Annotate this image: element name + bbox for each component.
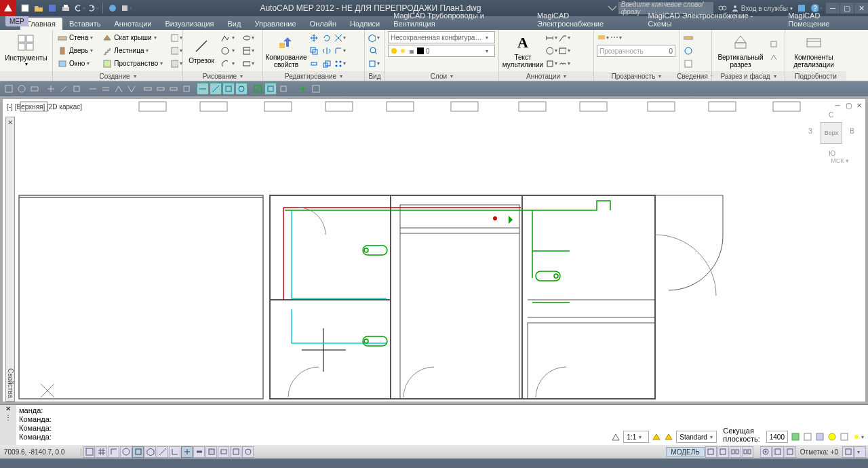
build-more-2[interactable] — [170, 45, 182, 57]
tb2-btn-8[interactable] — [100, 83, 112, 95]
draw-more-2[interactable] — [242, 45, 254, 57]
stair-button[interactable]: Лестница▾ — [100, 45, 169, 57]
annot-key[interactable] — [545, 58, 557, 70]
qat-redo-button[interactable] — [87, 2, 99, 14]
tb2-btn-23[interactable] — [310, 83, 322, 95]
tb2-btn-17[interactable] — [222, 83, 235, 95]
transp-input[interactable]: Прозрачность0 — [597, 45, 675, 57]
app-menu-button[interactable] — [0, 0, 16, 16]
current-layer-dropdown[interactable]: 0 ▾ — [388, 45, 495, 57]
viewcube-top-face[interactable]: Верх — [821, 122, 842, 144]
command-handle[interactable]: ✕ ⋮ — [0, 405, 16, 445]
tab-addins[interactable]: Надписи — [343, 18, 387, 30]
id-btn[interactable] — [682, 45, 694, 57]
section-button[interactable]: Вертикальный разрез — [715, 32, 766, 70]
tb2-btn-11[interactable] — [142, 83, 154, 95]
section-more2[interactable] — [768, 51, 780, 63]
annoadd-btn[interactable] — [664, 431, 673, 443]
tab-render[interactable]: Визуализация — [159, 18, 221, 30]
annot-sched[interactable] — [558, 45, 570, 57]
wcs-label[interactable]: МСК ▾ — [831, 157, 849, 164]
tools-button[interactable]: Инструменты▾ — [3, 32, 50, 70]
sb-am[interactable] — [242, 446, 254, 458]
detail-button[interactable]: Компоненты детализации — [788, 32, 840, 70]
sb-otrack[interactable] — [157, 446, 168, 458]
panel-build-title[interactable]: Создание — [53, 71, 182, 81]
tb2-btn-15[interactable] — [197, 83, 209, 95]
cmd-extra-1[interactable] — [791, 431, 800, 443]
cmd-extra-4[interactable] — [827, 431, 837, 443]
draw-more-3[interactable] — [242, 58, 254, 70]
tb2-btn-10[interactable] — [125, 83, 138, 95]
tb2-btn-19[interactable] — [252, 83, 264, 95]
viewport[interactable]: [-] [Верхняя] [2D каркас] ─ ▢ ✕ — [3, 99, 865, 402]
tab-magicad-room[interactable]: MagiCAD Помещение — [781, 9, 868, 30]
qat-open-button[interactable] — [33, 2, 45, 14]
tab-insert[interactable]: Вставить — [62, 18, 108, 30]
view-zoom[interactable] — [368, 45, 380, 57]
viewcube[interactable]: С Ю В З Верх — [811, 113, 852, 153]
qat-undo-button[interactable] — [73, 2, 85, 14]
sb-sc[interactable] — [230, 446, 241, 458]
scale-button[interactable] — [321, 58, 333, 70]
palette-close[interactable]: ✕ — [7, 119, 14, 126]
measure-btn[interactable] — [682, 32, 694, 44]
tb2-btn-22[interactable] — [297, 83, 309, 95]
dim-button[interactable] — [545, 32, 557, 44]
sb-tpy[interactable] — [205, 446, 217, 458]
annoscale-icon-btn[interactable] — [611, 431, 620, 443]
draw-more-1[interactable] — [242, 32, 254, 44]
panel-annot-title[interactable]: Аннотации — [499, 71, 593, 81]
sb-3dosnap[interactable] — [144, 446, 156, 458]
panel-edit-title[interactable]: Редактирование — [263, 71, 364, 81]
qat-print-button[interactable] — [60, 2, 72, 14]
fillet-button[interactable] — [334, 45, 346, 57]
sb-layout1[interactable] — [705, 446, 717, 458]
sb-end1[interactable] — [842, 446, 854, 458]
properties-palette[interactable]: ✕ Свойства — [5, 117, 15, 402]
tb2-btn-4[interactable] — [45, 83, 57, 95]
sb-gear[interactable] — [760, 446, 772, 458]
qat-new-button[interactable] — [19, 2, 31, 14]
sb-polar[interactable] — [120, 446, 132, 458]
bylayer-btn[interactable] — [597, 31, 609, 43]
roof-button[interactable]: Скат крыши▾ — [100, 32, 169, 44]
standard-dropdown[interactable]: Standard▾ — [676, 431, 717, 443]
list-btn[interactable] — [682, 58, 694, 70]
qat-render-button[interactable] — [106, 2, 119, 14]
tb2-btn-13[interactable] — [167, 83, 180, 95]
tb2-btn-9[interactable] — [113, 83, 125, 95]
tb2-btn-20[interactable] — [264, 83, 277, 95]
panel-info-title[interactable]: Сведения — [679, 71, 711, 81]
linetype-btn[interactable] — [610, 31, 622, 43]
space-button[interactable]: Пространство▾ — [100, 58, 169, 70]
layer-config-dropdown[interactable]: Несохраненная конфигурация сл▾ — [388, 31, 495, 43]
sb-ortho[interactable] — [108, 446, 119, 458]
sb-iso2[interactable] — [785, 446, 796, 458]
command-history[interactable]: манда: Команда: Команда: Команда: — [16, 405, 637, 445]
tb2-btn-21[interactable] — [277, 83, 290, 95]
sb-end2[interactable]: ▾ — [854, 446, 866, 458]
matchprops-button[interactable]: Копирование свойств — [266, 32, 307, 70]
tab-annotate[interactable]: Аннотации — [108, 18, 159, 30]
panel-transp-title[interactable]: Прозрачность — [594, 72, 679, 81]
sb-ducs[interactable] — [169, 446, 180, 458]
tb2-btn-1[interactable] — [3, 83, 15, 95]
tb2-btn-14[interactable] — [180, 83, 193, 95]
coords-readout[interactable]: 7009.6, -8140.7, 0.0 — [0, 448, 81, 456]
sb-dyn[interactable] — [181, 446, 193, 458]
cmd-extra-2[interactable] — [803, 431, 812, 443]
door-button[interactable]: Дверь▾ — [56, 45, 99, 57]
tb2-btn-18[interactable] — [235, 83, 248, 95]
tab-magicad-elec-scheme[interactable]: MagiCAD Электроснабжение - Схемы — [642, 9, 782, 30]
window-button[interactable]: Окно▾ — [56, 58, 99, 70]
circle-button[interactable]: ▾ — [218, 45, 241, 57]
sb-iso[interactable] — [772, 446, 784, 458]
section-plane-input[interactable]: 1400 — [766, 431, 788, 443]
rotate-button[interactable] — [321, 32, 333, 44]
sb-snap[interactable] — [83, 446, 95, 458]
model-tab[interactable]: МОДЕЛЬ — [666, 447, 704, 457]
sb-lwt[interactable] — [193, 446, 205, 458]
annovis-btn[interactable] — [652, 431, 661, 443]
sb-quickview2[interactable] — [742, 446, 753, 458]
